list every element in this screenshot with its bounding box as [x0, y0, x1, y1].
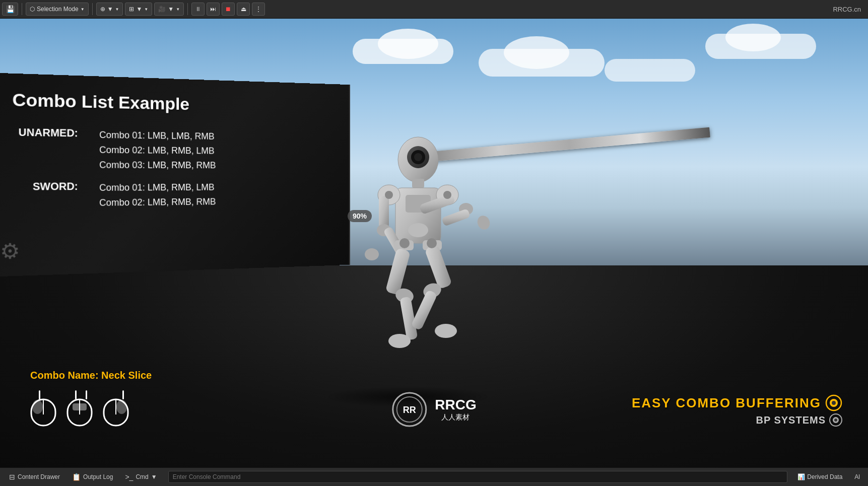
svg-point-29 [443, 191, 451, 199]
svg-point-28 [385, 191, 393, 199]
camera-icon: 🎥 [158, 6, 166, 13]
unarmed-combo-2: Combo 02: LMB, RMB, LMB [99, 143, 216, 158]
derived-data-button[interactable]: 📊 Derived Data [793, 472, 846, 482]
svg-point-17 [476, 214, 492, 232]
eject-button[interactable]: ⏏ [237, 3, 250, 16]
toolbar: 💾 ⬡ Selection Mode ⊕ ▼ ⊞ ▼ 🎥 ▼ ⏸ ⏭ ⏹ ⏏ ⋮… [0, 0, 868, 19]
unarmed-combo-list: Combo 01: LMB, LMB, RMB Combo 02: LMB, R… [99, 127, 216, 172]
svg-point-22 [388, 334, 411, 348]
output-log-label: Output Log [83, 473, 113, 480]
play-next-icon: ⏭ [210, 6, 216, 13]
console-input[interactable] [168, 471, 788, 483]
cmd-chevron: ▼ [151, 473, 157, 480]
cmd-label: Cmd [136, 473, 148, 480]
cursor-icon: ⬡ [30, 6, 35, 13]
svg-point-53 [834, 419, 837, 422]
svg-point-3 [414, 153, 422, 161]
billboard-title: Combo List Example [12, 90, 331, 117]
bottom-hud: Combo Name: Neck Slice [30, 370, 152, 427]
pause-button[interactable]: ⏸ [191, 3, 205, 16]
unarmed-combo-3: Combo 03: LMB, RMB, RMB [99, 158, 216, 173]
transform-chevron: ▼ [107, 6, 113, 13]
mouse-icons-container [30, 389, 152, 427]
svg-point-31 [427, 238, 437, 248]
eject-icon: ⏏ [241, 6, 246, 13]
svg-rect-44 [122, 390, 124, 399]
svg-rect-43 [116, 400, 127, 414]
stop-icon: ⏹ [225, 6, 231, 13]
content-drawer-icon: ⊟ [9, 473, 15, 481]
svg-rect-26 [411, 290, 438, 331]
rrcg-sub-text: 人人素材 [435, 413, 476, 422]
rrcg-logo-icon: RR [391, 392, 427, 427]
pause-icon: ⏸ [195, 6, 201, 13]
camera-chevron: ▼ [168, 6, 174, 13]
ai-label: Al [854, 473, 860, 480]
ecb-title-text: EASY COMBO BUFFERING [632, 395, 821, 411]
selection-mode-button[interactable]: ⬡ Selection Mode [26, 3, 89, 16]
svg-rect-34 [32, 400, 43, 414]
sword-combo-1: Combo 01: LMB, RMB, LMB [99, 180, 216, 195]
unarmed-combo-1: Combo 01: LMB, LMB, RMB [99, 127, 216, 144]
sword-combo-list: Combo 01: LMB, RMB, LMB Combo 02: LMB, R… [99, 180, 216, 211]
save-icon: 💾 [6, 5, 15, 13]
toolbar-separator-3 [187, 3, 188, 15]
svg-rect-4 [412, 179, 424, 188]
stop-button[interactable]: ⏹ [222, 3, 235, 16]
svg-rect-35 [39, 390, 40, 399]
svg-point-27 [435, 324, 457, 338]
svg-rect-38 [73, 403, 87, 410]
ai-button[interactable]: Al [850, 472, 864, 482]
cmd-icon: >_ [125, 473, 133, 481]
gear-decoration: ⚙ [0, 238, 31, 268]
transform-icon: ⊕ [100, 6, 105, 13]
more-icon: ⋮ [255, 6, 261, 13]
cloud-3 [605, 59, 695, 82]
sword-label: SWORD: [12, 181, 78, 193]
toolbar-separator-2 [92, 3, 93, 15]
billboard-panel: Combo List Example UNARMED: Combo 01: LM… [0, 73, 350, 276]
svg-rect-19 [385, 248, 411, 295]
svg-point-7 [408, 223, 428, 237]
sword-combo-2: Combo 02: LMB, RMB, RMB [99, 195, 216, 211]
mouse-lmb-icon [30, 389, 56, 427]
viewport: Combo List Example UNARMED: Combo 01: LM… [0, 19, 868, 467]
rrcg-center-logo: RR RRCG 人人素材 [391, 392, 476, 427]
transform-button[interactable]: ⊕ ▼ [96, 3, 123, 16]
mouse-middle-icon [66, 389, 93, 427]
snap-button[interactable]: ⊞ ▼ [125, 3, 152, 16]
svg-rect-9 [379, 196, 389, 229]
status-bar-right: 📊 Derived Data Al [793, 472, 864, 482]
svg-rect-24 [424, 244, 452, 289]
derived-data-label: Derived Data [807, 473, 842, 480]
more-button[interactable]: ⋮ [252, 3, 265, 16]
mouse-rmb-icon [103, 389, 129, 427]
snap-icon: ⊞ [129, 6, 134, 13]
play-next-button[interactable]: ⏭ [207, 3, 220, 16]
svg-text:RR: RR [403, 405, 416, 415]
content-drawer-label: Content Drawer [18, 473, 60, 480]
output-log-icon: 📋 [72, 473, 81, 481]
svg-rect-16 [441, 209, 471, 227]
bp-gear-icon [829, 413, 843, 427]
save-button[interactable]: 💾 [2, 3, 18, 16]
robot-character [312, 129, 524, 411]
unarmed-label: UNARMED: [12, 126, 78, 140]
svg-rect-39 [75, 390, 77, 399]
brand-label: RRCG.cn [833, 6, 866, 13]
bp-systems-text: BP SYSTEMS [756, 414, 826, 426]
svg-point-30 [399, 238, 410, 248]
unarmed-section: UNARMED: Combo 01: LMB, LMB, RMB Combo 0… [12, 126, 331, 173]
camera-button[interactable]: 🎥 ▼ [154, 3, 184, 16]
svg-point-50 [832, 401, 836, 405]
rrcg-text-area: RRCG 人人素材 [435, 397, 476, 422]
rrcg-main-text: RRCG [435, 397, 476, 413]
derived-data-icon: 📊 [797, 473, 805, 480]
content-drawer-button[interactable]: ⊟ Content Drawer [4, 470, 65, 484]
sword-section: SWORD: Combo 01: LMB, RMB, LMB Combo 02:… [12, 180, 331, 212]
ecb-gear-icon [825, 394, 843, 412]
cmd-button[interactable]: >_ Cmd ▼ [120, 470, 162, 484]
output-log-button[interactable]: 📋 Output Log [67, 470, 118, 484]
combo-name-label: Combo Name: Neck Slice [30, 370, 152, 381]
svg-rect-40 [86, 390, 87, 399]
